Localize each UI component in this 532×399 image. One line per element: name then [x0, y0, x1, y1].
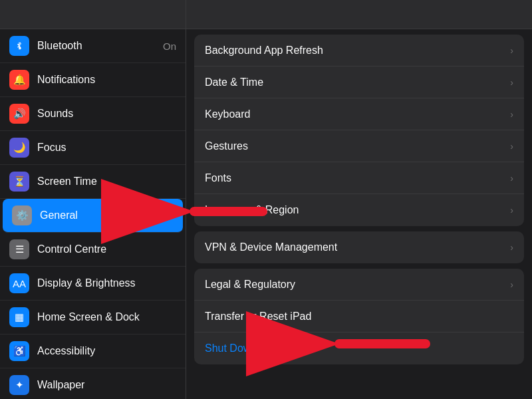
content-item-transfer-reset[interactable]: Transfer or Reset iPad [194, 301, 524, 332]
sidebar: Bluetooth On 🔔 Notifications 🔊 Sounds 🌙 … [0, 29, 186, 399]
sidebar-label-screen-time: Screen Time [37, 176, 176, 188]
sidebar-item-bluetooth[interactable]: Bluetooth On [0, 29, 186, 63]
accessibility-icon: ♿ [9, 341, 29, 361]
display-brightness-icon: AA [9, 273, 29, 293]
chevron-icon-language-region: › [510, 205, 513, 215]
bluetooth-icon [9, 36, 29, 56]
content-section-section1: Background App Refresh › Date & Time › K… [194, 35, 524, 226]
content-label-legal: Legal & Regulatory [205, 279, 510, 291]
content-section-section3: Legal & Regulatory › Transfer or Reset i… [194, 269, 524, 364]
sidebar-label-bluetooth: Bluetooth [37, 40, 163, 52]
content-label-gestures: Gestures [205, 140, 510, 152]
content-label-transfer-reset: Transfer or Reset iPad [205, 311, 513, 323]
chevron-icon-vpn: › [510, 242, 513, 253]
sounds-icon: 🔊 [9, 104, 29, 124]
content-section-section2: VPN & Device Management › [194, 231, 524, 263]
content-label-bg-app-refresh: Background App Refresh [205, 45, 510, 57]
focus-icon: 🌙 [9, 138, 29, 158]
sidebar-item-display-brightness[interactable]: AA Display & Brightness [0, 267, 186, 301]
sidebar-item-wallpaper[interactable]: ✦ Wallpaper [0, 368, 186, 399]
content-label-shut-down: Shut Down [205, 342, 513, 354]
content-item-bg-app-refresh[interactable]: Background App Refresh › [194, 35, 524, 66]
content-item-vpn[interactable]: VPN & Device Management › [194, 231, 524, 263]
home-screen-icon: ▦ [9, 307, 29, 327]
sidebar-item-general[interactable]: ⚙️ General [3, 199, 183, 233]
content-item-gestures[interactable]: Gestures › [194, 130, 524, 162]
control-centre-icon: ☰ [9, 239, 29, 259]
content-item-date-time[interactable]: Date & Time › [194, 66, 524, 98]
sidebar-item-control-centre[interactable]: ☰ Control Centre [0, 233, 186, 267]
sidebar-label-wallpaper: Wallpaper [37, 379, 176, 391]
sidebar-item-notifications[interactable]: 🔔 Notifications [0, 63, 186, 97]
content-label-language-region: Language & Region [205, 204, 510, 216]
chevron-icon-date-time: › [510, 77, 513, 88]
sidebar-label-display-brightness: Display & Brightness [37, 277, 176, 289]
settings-header-right [186, 0, 532, 29]
sidebar-label-notifications: Notifications [37, 74, 176, 86]
content-label-keyboard: Keyboard [205, 108, 510, 120]
sidebar-item-focus[interactable]: 🌙 Focus [0, 131, 186, 165]
notifications-icon: 🔔 [9, 70, 29, 90]
content-item-legal[interactable]: Legal & Regulatory › [194, 269, 524, 301]
sidebar-label-focus: Focus [37, 142, 176, 154]
screen-time-icon: ⏳ [9, 172, 29, 192]
chevron-icon-bg-app-refresh: › [510, 45, 513, 56]
content-item-keyboard[interactable]: Keyboard › [194, 98, 524, 130]
sidebar-item-home-screen[interactable]: ▦ Home Screen & Dock [0, 301, 186, 334]
chevron-icon-keyboard: › [510, 109, 513, 120]
settings-header-left [0, 0, 186, 29]
sidebar-item-sounds[interactable]: 🔊 Sounds [0, 97, 186, 131]
sidebar-item-accessibility[interactable]: ♿ Accessibility [0, 334, 186, 368]
main-layout: Bluetooth On 🔔 Notifications 🔊 Sounds 🌙 … [0, 29, 532, 399]
chevron-icon-fonts: › [510, 173, 513, 184]
sidebar-item-screen-time[interactable]: ⏳ Screen Time [0, 165, 186, 199]
sidebar-value-bluetooth: On [163, 41, 176, 52]
sidebar-label-control-centre: Control Centre [37, 243, 176, 255]
wallpaper-icon: ✦ [9, 375, 29, 395]
chevron-icon-gestures: › [510, 141, 513, 152]
sidebar-label-home-screen: Home Screen & Dock [37, 311, 176, 323]
content-item-shut-down[interactable]: Shut Down [194, 332, 524, 364]
content-panel: Background App Refresh › Date & Time › K… [186, 29, 532, 399]
general-icon: ⚙️ [12, 205, 32, 225]
content-label-date-time: Date & Time [205, 76, 510, 88]
sidebar-label-sounds: Sounds [37, 108, 176, 120]
content-item-language-region[interactable]: Language & Region › [194, 194, 524, 226]
sidebar-label-general: General [40, 209, 174, 221]
chevron-icon-legal: › [510, 279, 513, 290]
content-item-fonts[interactable]: Fonts › [194, 162, 524, 194]
content-label-fonts: Fonts [205, 172, 510, 184]
sidebar-label-accessibility: Accessibility [37, 345, 176, 357]
content-label-vpn: VPN & Device Management [205, 241, 510, 253]
